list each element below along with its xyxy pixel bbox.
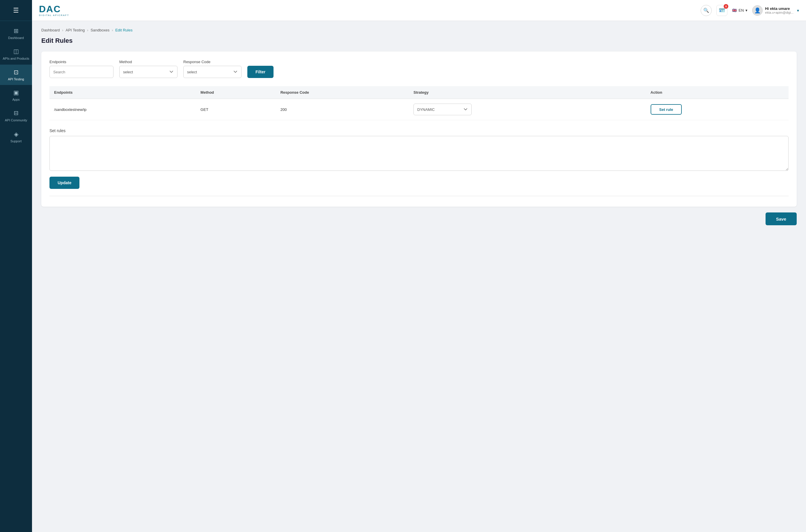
language-selector[interactable]: 🇬🇧 EN ▾ [732,8,748,13]
breadcrumb-sandboxes[interactable]: Sandboxes [91,28,110,32]
sidebar-label-apis: APIs and Products [3,56,29,60]
strategy-select[interactable]: DYNAMIC STATIC [414,103,472,115]
response-code-label: Response Code [183,60,242,64]
sidebar-label-api-community: API Community [5,118,27,122]
user-text: Hi ekta umare ekta.u+apim@digi... [765,6,793,14]
sidebar-item-apps[interactable]: ▣ Apps [0,85,32,106]
set-rule-button[interactable]: Set rule [651,104,682,115]
col-header-action: Action [646,86,789,99]
sidebar: ☰ ⊞ Dashboard ◫ APIs and Products ⊡ API … [0,0,32,532]
breadcrumb-api-testing[interactable]: API Testing [66,28,85,32]
cell-strategy: DYNAMIC STATIC [409,99,646,120]
notification-button[interactable]: 🪪 0 [716,5,727,16]
set-rules-section: Set rules Update [50,128,789,189]
search-icon: 🔍 [703,7,709,13]
sidebar-item-api-testing[interactable]: ⊡ API Testing [0,64,32,85]
sidebar-label-support: Support [11,139,22,143]
header-right: 🔍 🪪 0 🇬🇧 EN ▾ 👤 Hi ekta umare ekta.u+api… [701,5,799,16]
user-menu[interactable]: 👤 Hi ekta umare ekta.u+apim@digi... ▾ [752,5,799,16]
table-row: /sandboxtestnew/ip GET 200 DYNAMIC STATI… [50,99,789,120]
sidebar-item-apis[interactable]: ◫ APIs and Products [0,44,32,64]
endpoints-label: Endpoints [50,60,114,64]
update-button[interactable]: Update [50,177,79,189]
set-rules-textarea[interactable] [50,136,789,171]
col-header-endpoints: Endpoints [50,86,196,99]
hamburger-button[interactable]: ☰ [0,0,32,21]
endpoints-filter: Endpoints [50,60,114,78]
support-icon: ◈ [14,131,18,138]
dashboard-icon: ⊞ [14,27,19,34]
content-card: Endpoints Method select GET POST PUT DEL… [41,52,797,207]
endpoints-search-input[interactable] [50,66,114,78]
cell-endpoint: /sandboxtestnew/ip [50,99,196,120]
page-title: Edit Rules [41,37,797,44]
breadcrumb-sep-3: › [112,28,113,32]
breadcrumb-dashboard[interactable]: Dashboard [41,28,60,32]
bottom-bar: Save [41,207,797,225]
user-avatar: 👤 [752,5,763,16]
logo-subtitle: DIGITAL APICRAFT [39,14,69,17]
main-content: Dashboard › API Testing › Sandboxes › Ed… [32,21,806,532]
cell-action: Set rule [646,99,789,120]
response-code-select[interactable]: select 200 400 500 [183,66,242,78]
endpoints-table: Endpoints Method Response Code Strategy … [50,86,789,120]
avatar-icon: 👤 [754,7,761,14]
user-chevron-icon: ▾ [797,8,799,13]
section-divider [50,196,789,196]
cell-response-code: 200 [276,99,409,120]
save-button[interactable]: Save [766,212,797,225]
user-name: Hi ekta umare [765,6,793,11]
apps-icon: ▣ [13,89,19,96]
method-label: Method [119,60,177,64]
logo-text: DAC [39,4,69,14]
method-select[interactable]: select GET POST PUT DELETE [119,66,177,78]
cell-method: GET [196,99,276,120]
col-header-method: Method [196,86,276,99]
table-header: Endpoints Method Response Code Strategy … [50,86,789,99]
apis-icon: ◫ [13,48,19,55]
col-header-strategy: Strategy [409,86,646,99]
sidebar-item-support[interactable]: ◈ Support [0,127,32,147]
breadcrumb-edit-rules: Edit Rules [115,28,132,32]
table-body: /sandboxtestnew/ip GET 200 DYNAMIC STATI… [50,99,789,120]
api-testing-icon: ⊡ [14,69,19,76]
sidebar-label-dashboard: Dashboard [8,36,24,40]
set-rules-label: Set rules [50,128,789,133]
filter-button[interactable]: Filter [247,66,273,78]
breadcrumb-sep-2: › [87,28,88,32]
breadcrumb: Dashboard › API Testing › Sandboxes › Ed… [41,28,797,32]
api-community-icon: ⊟ [14,110,19,116]
response-code-filter: Response Code select 200 400 500 [183,60,242,78]
sidebar-item-dashboard[interactable]: ⊞ Dashboard [0,23,32,44]
sidebar-nav: ⊞ Dashboard ◫ APIs and Products ⊡ API Te… [0,21,32,147]
search-button[interactable]: 🔍 [701,5,712,16]
main-header: DAC DIGITAL APICRAFT 🔍 🪪 0 🇬🇧 EN ▾ 👤 Hi … [0,0,806,21]
lang-chevron-icon: ▾ [746,8,748,13]
col-header-response-code: Response Code [276,86,409,99]
sidebar-label-apps: Apps [12,98,19,101]
language-label: EN [738,8,744,13]
method-filter: Method select GET POST PUT DELETE [119,60,177,78]
logo: DAC DIGITAL APICRAFT [39,4,69,17]
menu-icon: ☰ [13,7,19,14]
user-email: ekta.u+apim@digi... [765,11,793,14]
sidebar-item-api-community[interactable]: ⊟ API Community [0,106,32,126]
flag-icon: 🇬🇧 [732,8,737,13]
notification-badge: 0 [724,4,728,9]
breadcrumb-sep-1: › [62,28,63,32]
sidebar-label-api-testing: API Testing [8,77,24,81]
filter-row: Endpoints Method select GET POST PUT DEL… [50,60,789,78]
